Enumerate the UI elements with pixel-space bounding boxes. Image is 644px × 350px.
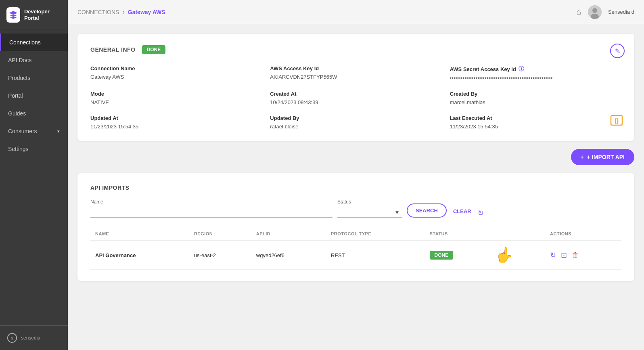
clear-button[interactable]: CLEAR [452, 205, 473, 218]
table-head: NAME REGION API ID PROTOCOL TYPE STATUS … [90, 227, 621, 241]
field-created-at: Created At 10/24/2023 09:43:39 [270, 91, 441, 105]
avatar[interactable] [588, 5, 602, 19]
action-icons: ↻ ⊡ 🗑 [550, 251, 617, 260]
info-icon: ⓘ [519, 65, 524, 73]
code-bracket-icon[interactable]: {} [610, 114, 623, 130]
chevron-down-icon: ▾ [57, 129, 60, 134]
filter-row: Name Status DONE PENDING SEARCH CLEAR [90, 199, 621, 218]
field-label: Mode [90, 91, 262, 97]
refresh-icon[interactable]: ↻ [478, 209, 484, 218]
general-info-header: GENERAL INFO DONE [90, 45, 621, 54]
topbar: CONNECTIONS › Gateway AWS ⌂ Sensedia d [68, 0, 644, 24]
field-label: Created At [270, 91, 441, 97]
field-mode: Mode NATIVE [90, 91, 262, 105]
done-badge: DONE [142, 45, 166, 54]
sidebar-item-label: Products [8, 75, 30, 81]
import-api-button[interactable]: + + IMPORT API [571, 149, 634, 165]
sidebar: Developer Portal Connections API Docs Pr… [0, 0, 68, 350]
table-header-row: NAME REGION API ID PROTOCOL TYPE STATUS … [90, 227, 621, 241]
field-value: Gateway AWS [90, 74, 262, 80]
svg-text:{}: {} [615, 117, 619, 124]
sidebar-item-settings[interactable]: Settings [0, 140, 68, 158]
sidebar-item-label: Consumers [8, 128, 37, 134]
sidebar-item-connections[interactable]: Connections [0, 34, 68, 51]
edit-button[interactable]: ✎ [610, 44, 625, 58]
status-select[interactable]: DONE PENDING [337, 206, 402, 218]
import-api-label: + IMPORT API [587, 154, 625, 160]
col-status: STATUS [425, 227, 491, 241]
field-value: rafael.bloise [270, 124, 441, 130]
name-filter-input[interactable] [90, 206, 332, 218]
delete-icon[interactable]: 🗑 [572, 251, 579, 260]
sidebar-item-label: Settings [8, 146, 29, 152]
status-badge: DONE [430, 251, 454, 260]
table-row: API Governance us-east-2 wgyed26ef6 REST… [90, 241, 621, 270]
sensedia-logo: S [6, 332, 18, 344]
table-body: API Governance us-east-2 wgyed26ef6 REST… [90, 241, 621, 270]
field-label: AWS Secret Access Key Id ⓘ [450, 65, 621, 73]
logo-icon [6, 7, 20, 23]
sidebar-item-label: Guides [8, 110, 26, 117]
field-value: 11/23/2023 15:54:35 [450, 124, 621, 130]
status-select-wrapper: DONE PENDING [337, 206, 402, 218]
col-name: NAME [90, 227, 189, 241]
breadcrumb-arrow: › [122, 8, 124, 16]
field-created-by: Created By marcel.mathias [450, 91, 621, 105]
row-name: API Governance [90, 241, 189, 270]
sidebar-footer: S sensedia. [0, 325, 68, 350]
pencil-icon: ✎ [615, 47, 620, 55]
sidebar-item-label: Connections [9, 39, 41, 46]
sidebar-item-portal[interactable]: Portal [0, 87, 68, 105]
svg-text:S: S [11, 336, 13, 340]
row-region: us-east-2 [189, 241, 251, 270]
row-protocol: REST [326, 241, 425, 270]
field-value: ••••••••••••••••••••••••••••••••••••••••… [450, 75, 621, 81]
field-aws-key-id: AWS Access Key Id AKIARCVDN27STFYP565W [270, 65, 441, 81]
sidebar-nav: Connections API Docs Products Portal Gui… [0, 30, 68, 325]
field-label: AWS Access Key Id [270, 65, 441, 71]
view-icon[interactable]: ⊡ [561, 251, 567, 260]
field-value: 10/24/2023 09:43:39 [270, 99, 441, 105]
logo-area: Developer Portal [0, 0, 68, 30]
field-label-text: AWS Secret Access Key Id [450, 66, 516, 72]
brand-icon [8, 10, 18, 20]
sidebar-item-api-docs[interactable]: API Docs [0, 51, 68, 69]
logo-text: Developer Portal [24, 8, 61, 21]
row-actions: ↻ ⊡ 🗑 [545, 241, 621, 270]
field-connection-name: Connection Name Gateway AWS [90, 65, 262, 81]
name-filter-field: Name [90, 199, 332, 218]
field-label: Created By [450, 91, 621, 97]
breadcrumb-current: Gateway AWS [128, 9, 165, 15]
field-label: Updated At [90, 115, 262, 121]
field-last-executed: Last Executed At 11/23/2023 15:54:35 [450, 115, 621, 130]
sync-icon[interactable]: ↻ [550, 251, 556, 260]
user-name: Sensedia d [608, 9, 634, 15]
field-label: Last Executed At [450, 115, 621, 121]
field-value: marcel.mathias [450, 99, 621, 105]
col-pointer [490, 227, 545, 241]
field-value: AKIARCVDN27STFYP565W [270, 74, 441, 80]
sidebar-item-consumers[interactable]: Consumers ▾ [0, 122, 68, 140]
sidebar-item-guides[interactable]: Guides [0, 105, 68, 122]
api-imports-title: API IMPORTS [90, 184, 621, 191]
field-aws-secret: AWS Secret Access Key Id ⓘ •••••••••••••… [450, 65, 621, 81]
breadcrumb-parent: CONNECTIONS [77, 9, 119, 15]
status-filter-label: Status [337, 199, 402, 205]
footer-label: sensedia. [21, 335, 42, 341]
row-pointer: 👆 [490, 241, 545, 270]
col-protocol: PROTOCOL TYPE [326, 227, 425, 241]
status-filter-field: Status DONE PENDING [337, 199, 402, 218]
field-label: Updated By [270, 115, 441, 121]
info-grid: Connection Name Gateway AWS AWS Access K… [90, 65, 621, 130]
search-button[interactable]: SEARCH [407, 203, 447, 218]
sidebar-item-label: API Docs [8, 57, 31, 63]
field-value: 11/23/2023 15:54:35 [90, 124, 262, 130]
home-icon[interactable]: ⌂ [577, 7, 581, 17]
col-actions: ACTIONS [545, 227, 621, 241]
sidebar-item-products[interactable]: Products [0, 69, 68, 87]
main-content: CONNECTIONS › Gateway AWS ⌂ Sensedia d G… [68, 0, 644, 350]
svg-point-3 [592, 8, 597, 13]
api-imports-card: API IMPORTS Name Status DONE PENDING [77, 173, 634, 281]
col-region: REGION [189, 227, 251, 241]
name-filter-label: Name [90, 199, 332, 205]
